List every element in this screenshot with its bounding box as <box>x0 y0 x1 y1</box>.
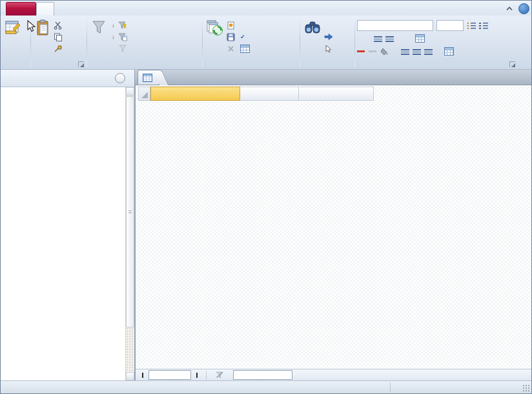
bullets-icon[interactable] <box>467 22 476 30</box>
resize-grip[interactable] <box>522 384 530 392</box>
filter-state-button[interactable] <box>212 371 230 378</box>
datasheet-view <box>135 85 531 369</box>
nav-menu-dropdown-button[interactable] <box>115 73 125 83</box>
background-color-button[interactable] <box>380 48 389 56</box>
ribbon-group-text-formatting <box>355 16 518 69</box>
format-painter-button[interactable] <box>54 43 63 54</box>
ribbon-group-find <box>300 16 354 69</box>
decrease-indent-icon[interactable] <box>374 35 382 42</box>
save-icon <box>227 33 235 41</box>
binoculars-icon <box>304 19 321 36</box>
font-row <box>357 20 516 31</box>
save-button[interactable] <box>227 32 239 42</box>
access-window: ↓ ↓ <box>0 0 532 394</box>
ascending-button[interactable]: ↓ <box>110 20 117 30</box>
select-cursor-icon <box>324 45 332 53</box>
more-table-icon <box>240 45 250 53</box>
more-button[interactable] <box>240 43 252 54</box>
last-record-button[interactable] <box>196 373 198 378</box>
text-formatting-dialog-launcher[interactable] <box>509 61 515 67</box>
column-header-datum[interactable] <box>240 87 299 101</box>
ribbon-tab-row <box>1 1 531 16</box>
view-icon <box>5 19 21 36</box>
datasheet <box>138 87 374 101</box>
view-button[interactable] <box>3 17 23 36</box>
tab-fields[interactable] <box>105 2 121 16</box>
select-button[interactable] <box>324 43 335 54</box>
remove-sort-button[interactable] <box>110 43 117 54</box>
tab-home[interactable] <box>36 2 54 16</box>
table-format-icon <box>415 34 425 43</box>
filter-button[interactable] <box>89 17 108 36</box>
scroll-down-icon[interactable] <box>126 372 134 380</box>
align-right-icon[interactable] <box>424 48 433 55</box>
nav-list <box>1 87 125 380</box>
search-input[interactable] <box>233 370 292 380</box>
status-bar-divider <box>390 382 391 392</box>
selection-filter-button[interactable] <box>118 20 129 30</box>
new-record-button[interactable] <box>227 20 239 30</box>
tab-table[interactable] <box>121 2 138 16</box>
column-header-sve-opstine[interactable] <box>150 87 240 101</box>
scroll-up-icon[interactable] <box>126 87 134 96</box>
new-record-icon <box>227 21 235 30</box>
minimize-ribbon-button[interactable] <box>503 3 516 14</box>
font-name-combo[interactable] <box>357 20 433 31</box>
numbering-icon[interactable] <box>479 22 488 30</box>
format-painter-icon <box>54 45 63 53</box>
paste-button[interactable] <box>33 17 52 36</box>
tab-create[interactable] <box>54 2 71 16</box>
copy-icon <box>54 33 63 41</box>
filter-advanced-buttons <box>118 17 129 54</box>
tab-database-tools[interactable] <box>88 2 105 16</box>
help-button[interactable] <box>517 3 530 14</box>
document-tab-opstina[interactable] <box>138 70 159 85</box>
delete-button[interactable] <box>227 43 239 54</box>
gridlines-icon <box>444 47 454 56</box>
scrollbar-thumb[interactable] <box>126 96 134 327</box>
ribbon-group-sort-filter: ↓ ↓ <box>87 16 202 69</box>
status-bar <box>1 380 531 393</box>
filter-funnel-icon <box>91 19 107 36</box>
highlight-button[interactable] <box>369 51 377 52</box>
goto-button[interactable] <box>324 32 335 42</box>
cut-button[interactable] <box>54 20 63 30</box>
advanced-filter-button[interactable] <box>118 32 129 42</box>
gridlines-button[interactable] <box>444 47 455 56</box>
select-all-corner[interactable] <box>138 87 150 101</box>
spelling-button[interactable]: ✓ <box>240 32 252 42</box>
first-record-button[interactable] <box>142 373 143 378</box>
refresh-all-button[interactable] <box>205 17 225 36</box>
nav-scrollbar[interactable] <box>125 87 134 380</box>
record-navigator <box>135 369 531 380</box>
down-arrow-icon: ↓ <box>112 34 115 40</box>
advanced-funnel-icon <box>118 33 127 41</box>
clipboard-dialog-launcher[interactable] <box>78 61 84 67</box>
align-center-icon[interactable] <box>413 48 421 55</box>
paint-bucket-icon <box>380 48 389 56</box>
ribbon-group-clipboard <box>31 16 87 69</box>
text-formatting-rows <box>357 17 516 57</box>
font-color-button[interactable] <box>357 51 365 52</box>
goto-arrow-icon <box>324 33 333 41</box>
tab-external-data[interactable] <box>71 2 88 16</box>
find-button[interactable] <box>302 17 323 36</box>
clipboard-small-buttons <box>54 17 63 54</box>
record-position-box[interactable] <box>148 370 191 380</box>
ribbon: ↓ ↓ <box>1 16 531 70</box>
copy-button[interactable] <box>54 32 63 42</box>
replace-button[interactable] <box>324 20 335 30</box>
color-align-row <box>357 46 516 57</box>
refresh-icon <box>207 19 223 36</box>
increase-indent-icon[interactable] <box>385 35 394 42</box>
datasheet-formatting-button[interactable] <box>415 34 425 43</box>
toggle-filter-button[interactable] <box>118 43 129 54</box>
navigation-pane-header[interactable] <box>1 70 134 87</box>
align-left-icon[interactable] <box>401 48 409 55</box>
tab-file[interactable] <box>6 2 36 16</box>
descending-button[interactable]: ↓ <box>110 32 117 42</box>
ribbon-group-views <box>1 16 30 69</box>
totals-button[interactable] <box>240 20 252 30</box>
column-header-broj[interactable] <box>299 87 374 101</box>
font-size-combo[interactable] <box>436 20 464 31</box>
